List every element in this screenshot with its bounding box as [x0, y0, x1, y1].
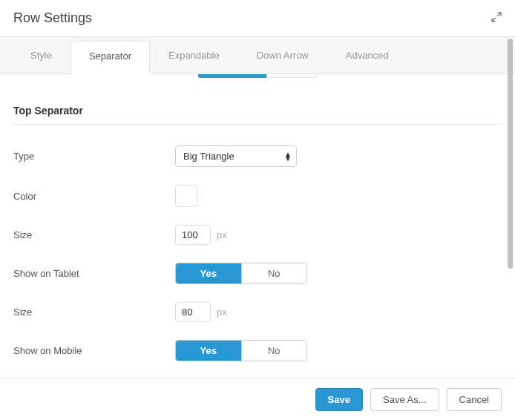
- dialog-footer: Save Save As... Cancel: [0, 378, 515, 420]
- size-tablet-unit: px: [217, 306, 227, 318]
- partial-blue-segment[interactable]: [198, 74, 266, 78]
- row-color: Color: [13, 185, 502, 207]
- row-size-tablet: Size px: [13, 302, 502, 322]
- row-show-tablet: Show on Tablet Yes No: [13, 263, 502, 284]
- section-title: Top Separator: [13, 105, 502, 125]
- partial-cutoff-toggle: [13, 74, 502, 78]
- size-tablet-input[interactable]: [175, 302, 211, 322]
- size-input[interactable]: [175, 225, 211, 245]
- tab-down-arrow[interactable]: Down Arrow: [238, 37, 327, 73]
- size-unit: px: [217, 229, 227, 240]
- tab-separator[interactable]: Separator: [70, 41, 150, 74]
- toggle-show-tablet: Yes No: [175, 263, 307, 284]
- tab-style[interactable]: Style: [12, 37, 70, 73]
- partial-gray-segment[interactable]: [266, 74, 317, 78]
- label-color: Color: [13, 191, 175, 202]
- row-show-mobile: Show on Mobile Yes No: [13, 340, 502, 361]
- tabs-bar: Style Separator Expandable Down Arrow Ad…: [0, 37, 515, 74]
- row-type: Type Big Triangle ▲▼: [13, 145, 502, 167]
- label-show-tablet: Show on Tablet: [13, 268, 175, 279]
- save-button[interactable]: Save: [315, 388, 363, 411]
- label-size-tablet: Size: [13, 306, 175, 318]
- save-as-button[interactable]: Save As...: [370, 388, 439, 411]
- toggle-mobile-no[interactable]: No: [242, 341, 307, 361]
- dialog-title: Row Settings: [13, 10, 92, 26]
- content-area: Top Separator Type Big Triangle ▲▼ Color…: [0, 74, 515, 381]
- dialog-header: Row Settings: [0, 0, 515, 37]
- cancel-button[interactable]: Cancel: [447, 388, 502, 411]
- toggle-mobile-yes[interactable]: Yes: [176, 341, 242, 361]
- toggle-tablet-no[interactable]: No: [242, 263, 307, 283]
- label-show-mobile: Show on Mobile: [13, 345, 175, 356]
- color-swatch[interactable]: [175, 185, 197, 207]
- row-size: Size px: [13, 225, 502, 245]
- tab-advanced[interactable]: Advanced: [327, 37, 407, 73]
- expand-icon[interactable]: [491, 12, 502, 25]
- tab-expandable[interactable]: Expandable: [150, 37, 238, 73]
- type-select[interactable]: Big Triangle: [175, 145, 297, 167]
- label-type: Type: [13, 151, 175, 162]
- toggle-tablet-yes[interactable]: Yes: [176, 263, 242, 283]
- toggle-show-mobile: Yes No: [175, 340, 307, 361]
- label-size: Size: [13, 229, 175, 240]
- scrollbar-thumb[interactable]: [508, 39, 513, 269]
